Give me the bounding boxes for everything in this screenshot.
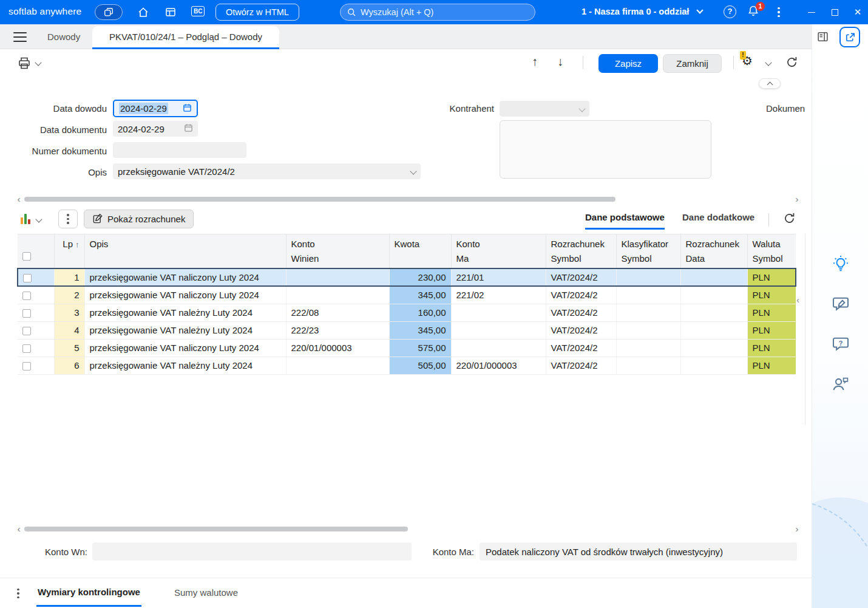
tab-dane-podstawowe[interactable]: Dane podstawowe (585, 212, 665, 230)
row-checkbox[interactable] (22, 327, 31, 335)
cell-opis[interactable]: przeksięgowanie VAT naliczony Luty 2024 (84, 268, 286, 286)
cell-klasyfikator-symbol[interactable] (616, 268, 680, 286)
bottom-menu-icon[interactable] (15, 587, 22, 599)
cell-konto-winien[interactable] (286, 286, 389, 304)
numer-dokumentu-input[interactable] (113, 142, 246, 158)
cell-konto-ma[interactable]: 221/01 (451, 268, 546, 286)
header-konto-ma[interactable]: KontoMa (451, 234, 546, 269)
cell-klasyfikator-symbol[interactable] (616, 321, 680, 339)
table-row[interactable]: 5przeksięgowanie VAT naliczony Luty 2024… (18, 339, 796, 357)
table-row[interactable]: 6przeksięgowanie VAT należny Luty 202450… (18, 357, 796, 374)
menu-icon[interactable] (13, 32, 27, 42)
collapse-panel-icon[interactable]: ‹ (796, 295, 805, 305)
scroll-left-icon[interactable]: ‹ (15, 525, 23, 533)
modules-icon[interactable] (164, 5, 177, 19)
show-settlement-button[interactable]: Pokaż rozrachunek (84, 210, 194, 228)
tab-dane-dodatkowe[interactable]: Dane dodatkowe (682, 212, 754, 228)
header-kwota[interactable]: Kwota (389, 234, 451, 269)
cell-rozrachunek-symbol[interactable]: VAT/2024/2 (546, 357, 616, 374)
cell-kwota[interactable]: 345,00 (389, 286, 451, 304)
cell-waluta[interactable]: PLN (747, 321, 796, 339)
search-box[interactable] (340, 4, 535, 21)
header-waluta-symbol[interactable]: WalutaSymbol (747, 234, 796, 269)
minimize-button[interactable] (801, 0, 822, 24)
grid-refresh-icon[interactable] (782, 211, 796, 225)
close-button[interactable]: ✕ (847, 0, 868, 24)
cell-klasyfikator-symbol[interactable] (616, 357, 680, 374)
cell-klasyfikator-symbol[interactable] (616, 304, 680, 321)
opis-dropdown[interactable]: przeksięgowanie VAT/2024/2 (113, 163, 421, 179)
dokument-notes-textarea[interactable] (500, 120, 711, 179)
table-row[interactable]: 4przeksięgowanie VAT należny Luty 202422… (18, 321, 796, 339)
cell-rozrachunek-symbol[interactable]: VAT/2024/2 (546, 286, 616, 304)
bc-icon[interactable]: BC (191, 6, 205, 16)
settings-chevron-icon[interactable] (766, 60, 771, 65)
cell-waluta[interactable]: PLN (747, 304, 796, 321)
cell-konto-winien[interactable]: 222/23 (286, 321, 389, 339)
data-dowodu-input[interactable]: 2024-02-29 (113, 100, 198, 117)
cell-rozrachunek-data[interactable] (680, 339, 747, 357)
cell-lp[interactable]: 3 (54, 304, 84, 321)
cell-klasyfikator-symbol[interactable] (616, 339, 680, 357)
scroll-right-icon[interactable]: › (793, 525, 801, 533)
cell-rozrachunek-data[interactable] (680, 268, 747, 286)
maximize-button[interactable] (824, 0, 845, 24)
collapse-header-button[interactable] (759, 78, 781, 89)
contact-person-icon[interactable] (831, 375, 850, 394)
help-icon[interactable]: ? (724, 5, 736, 18)
grid-splitter[interactable]: ‹ (796, 234, 805, 425)
search-input[interactable] (361, 7, 529, 17)
cell-kwota[interactable]: 345,00 (389, 321, 451, 339)
table-row[interactable]: 1przeksięgowanie VAT naliczony Luty 2024… (18, 268, 796, 286)
cell-konto-winien[interactable]: 220/01/000003 (286, 339, 389, 357)
cell-rozrachunek-data[interactable] (680, 357, 747, 374)
navigate-down-button[interactable]: ↓ (557, 55, 563, 67)
settings-gear-icon[interactable]: ⚙! (742, 53, 758, 69)
cell-konto-winien[interactable] (286, 357, 389, 374)
refresh-icon[interactable] (784, 55, 799, 69)
cell-opis[interactable]: przeksięgowanie VAT naliczony Luty 2024 (84, 286, 286, 304)
save-button[interactable]: Zapisz (598, 54, 658, 73)
cell-rozrachunek-symbol[interactable]: VAT/2024/2 (546, 321, 616, 339)
cell-waluta[interactable]: PLN (747, 357, 796, 374)
cell-opis[interactable]: przeksięgowanie VAT naliczony Luty 2024 (84, 339, 286, 357)
cell-konto-ma[interactable]: 220/01/000003 (451, 357, 546, 374)
chart-view-icon[interactable] (21, 212, 33, 224)
header-klasyfikator-symbol[interactable]: KlasyfikatorSymbol (616, 234, 680, 269)
chart-options-chevron-icon[interactable] (36, 217, 41, 222)
scroll-left-icon[interactable]: ‹ (15, 195, 23, 203)
overflow-menu-icon[interactable] (775, 6, 783, 18)
row-checkbox[interactable] (22, 344, 31, 353)
row-checkbox[interactable] (22, 292, 31, 300)
cell-opis[interactable]: przeksięgowanie VAT należny Luty 2024 (84, 357, 286, 374)
help-chat-icon[interactable]: ? (831, 335, 850, 354)
close-document-button[interactable]: Zamknij (663, 54, 722, 73)
cell-rozrachunek-symbol[interactable]: VAT/2024/2 (546, 304, 616, 321)
print-button[interactable] (16, 55, 33, 72)
workspace-switcher-button[interactable] (95, 4, 123, 20)
header-rozrachunek-data[interactable]: RozrachunekData (680, 234, 747, 269)
row-checkbox[interactable] (22, 309, 31, 318)
open-in-html-button[interactable]: Otwórz w HTML (215, 4, 299, 21)
cell-rozrachunek-data[interactable] (680, 304, 747, 321)
table-row[interactable]: 3przeksięgowanie VAT należny Luty 202422… (18, 304, 796, 321)
side-panel-icon[interactable] (816, 30, 830, 44)
home-icon[interactable] (137, 5, 150, 19)
tab-sumy-walutowe[interactable]: Sumy walutowe (173, 578, 239, 607)
select-all-checkbox[interactable] (22, 252, 31, 261)
cell-lp[interactable]: 2 (54, 286, 84, 304)
cell-rozrachunek-symbol[interactable]: VAT/2024/2 (546, 268, 616, 286)
chat-feedback-icon[interactable] (831, 295, 850, 314)
cell-rozrachunek-symbol[interactable]: VAT/2024/2 (546, 339, 616, 357)
cell-opis[interactable]: przeksięgowanie VAT należny Luty 2024 (84, 321, 286, 339)
kontrahent-dropdown[interactable] (500, 101, 589, 117)
company-selector[interactable]: 1 - Nasza firma 0 - oddział (581, 7, 702, 16)
header-rozrachunek-symbol[interactable]: RozrachunekSymbol (546, 234, 616, 269)
cell-konto-ma[interactable] (451, 339, 546, 357)
cell-konto-ma[interactable] (451, 321, 546, 339)
data-dokumentu-input[interactable]: 2024-02-29 (113, 121, 198, 137)
cell-opis[interactable]: przeksięgowanie VAT należny Luty 2024 (84, 304, 286, 321)
scrollbar-thumb[interactable] (24, 527, 408, 531)
scrollbar-thumb[interactable] (24, 197, 615, 202)
cell-rozrachunek-data[interactable] (680, 321, 747, 339)
